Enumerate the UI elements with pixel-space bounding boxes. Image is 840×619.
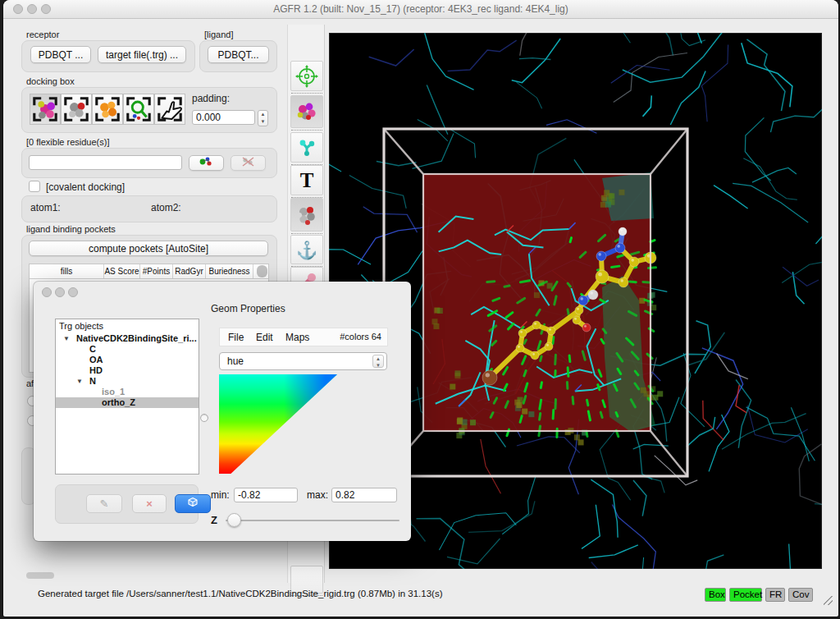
set-box-to-fills-button[interactable] <box>92 94 123 125</box>
tree-item-hd[interactable]: HD <box>56 365 199 376</box>
flexible-residues-group-label: [0 flexible residue(s)] <box>26 137 110 147</box>
padding-label: padding: <box>192 93 230 104</box>
pencil-icon: ✎ <box>100 497 109 510</box>
pockets-col-radgyr[interactable]: RadGyr <box>173 264 206 278</box>
set-box-to-receptor-icon <box>30 94 60 124</box>
title-bar: AGFR 1.2 (built: Nov_15_17) (receptor: 4… <box>3 0 838 19</box>
menu-edit[interactable]: Edit <box>256 332 273 343</box>
dialog-close-button[interactable] <box>42 287 52 297</box>
tree-item-nativecdk2bindingsiteri[interactable]: ▼NativeCDK2BindingSite_ri... <box>56 333 199 344</box>
clear-flexible-residues-button[interactable] <box>231 155 266 171</box>
edit-object-button[interactable]: ✎ <box>86 494 122 513</box>
dialog-minimize-button[interactable] <box>55 287 65 297</box>
inspect-box-button[interactable] <box>123 94 154 125</box>
colors-count-label: #colors 64 <box>340 332 381 342</box>
delete-x-icon: × <box>146 497 153 510</box>
manual-box-button[interactable] <box>154 94 185 125</box>
set-box-to-ligand-icon <box>62 94 91 124</box>
status-message: Generated target file /Users/sanner/test… <box>38 589 442 598</box>
window-title: AGFR 1.2 (built: Nov_15_17) (receptor: 4… <box>3 3 838 15</box>
receptor-molecule-icon <box>294 99 319 124</box>
z-slider-track[interactable] <box>226 520 399 521</box>
delete-object-button[interactable]: × <box>132 494 167 513</box>
menu-file[interactable]: File <box>228 332 244 343</box>
flex-pick-icon <box>198 156 216 167</box>
set-box-to-ligand-button[interactable] <box>61 94 92 125</box>
set-box-to-fills-icon <box>93 94 122 124</box>
pockets-table-scrollbar[interactable] <box>257 265 267 277</box>
pockets-group-label: ligand binding pockets <box>26 224 116 234</box>
compute-pockets-button[interactable]: compute pockets [AutoSite] <box>29 241 268 256</box>
pick-flexible-residues-button[interactable] <box>189 155 224 171</box>
cpk-spheres-icon <box>294 203 319 227</box>
panel-scrollbar[interactable] <box>26 572 54 579</box>
receptor-pdbqt-button[interactable]: PDBQT ... <box>30 46 91 63</box>
toolbar-separator <box>291 93 322 94</box>
toolbar-separator <box>291 130 322 131</box>
docking-box-group-label: docking box <box>26 76 75 86</box>
geom-properties-dialog: Geom Properties Trg objects▼NativeCDK2Bi… <box>34 282 411 541</box>
labels-T-icon: T <box>294 168 319 193</box>
min-label: min: <box>211 489 230 501</box>
svg-text:⚓: ⚓ <box>296 240 318 261</box>
toolbar-target-button[interactable] <box>290 61 323 91</box>
colormap-stepper-icon: ▲▼ <box>372 355 384 368</box>
receptor-group-label: receptor <box>26 30 59 39</box>
cube-icon <box>186 496 199 507</box>
gradient-handle[interactable] <box>200 414 208 422</box>
ligand-molecule-icon <box>294 135 319 160</box>
colormap-value: hue <box>227 355 244 367</box>
toggle-box-button[interactable]: Box <box>705 588 726 602</box>
dialog-zoom-button[interactable] <box>68 287 78 297</box>
flex-clear-icon <box>240 156 258 167</box>
toolbar-cpk-spheres-button[interactable] <box>290 198 323 232</box>
trg-objects-tree[interactable]: Trg objects▼NativeCDK2BindingSite_ri...C… <box>55 319 199 475</box>
tree-item-iso1[interactable]: iso_1 <box>56 387 199 397</box>
toggle-cov-button[interactable]: Cov <box>788 588 813 602</box>
show-box-button[interactable] <box>175 494 211 513</box>
app-window: AGFR 1.2 (built: Nov_15_17) (receptor: 4… <box>3 0 838 617</box>
pockets-col-asscore[interactable]: AS Score <box>104 264 140 278</box>
max-label: max: <box>307 489 328 501</box>
padding-stepper[interactable]: ▲▼ <box>258 110 268 126</box>
pockets-col-points[interactable]: #Points <box>140 264 173 278</box>
max-input[interactable] <box>331 488 397 502</box>
pockets-col-fills[interactable]: fills <box>30 264 104 278</box>
z-slider-knob[interactable] <box>227 513 241 527</box>
atom1-label: atom1: <box>30 202 61 213</box>
toggle-fr-button[interactable]: FR <box>765 588 785 602</box>
z-slider-label: Z <box>211 514 217 526</box>
anchor-icon: ⚓ <box>294 237 319 262</box>
toolbar-labels-T-button[interactable]: T <box>290 165 323 195</box>
ligand-pdbqt-button[interactable]: PDBQT... <box>208 46 269 63</box>
min-input[interactable] <box>234 488 298 502</box>
toggle-pocket-button[interactable]: Pocket <box>729 588 762 602</box>
toolbar-separator <box>291 233 322 234</box>
inspect-box-icon <box>124 94 153 124</box>
tree-item-c[interactable]: C <box>56 344 199 355</box>
colormap-select[interactable]: hue ▲▼ <box>219 352 387 370</box>
atom2-label: atom2: <box>151 202 181 213</box>
target-icon <box>294 64 319 89</box>
set-box-to-receptor-button[interactable] <box>30 94 61 125</box>
tree-item-orthoz[interactable]: ortho_Z <box>56 397 199 408</box>
manual-box-icon <box>155 94 185 124</box>
tree-header: Trg objects <box>56 321 199 332</box>
affinity-grid-face <box>423 172 663 445</box>
resize-grip[interactable] <box>824 596 833 605</box>
flexible-residues-input[interactable] <box>29 155 182 170</box>
ligand-group-label: [ligand] <box>204 30 233 39</box>
covalent-docking-checkbox[interactable] <box>29 181 40 192</box>
menu-maps[interactable]: Maps <box>285 332 309 343</box>
covalent-docking-label: [covalent docking] <box>46 181 125 193</box>
toolbar-ligand-molecule-button[interactable] <box>290 132 323 163</box>
receptor-target-file-button[interactable]: target file(.trg) ... <box>98 46 186 63</box>
tree-item-n[interactable]: ▼N <box>56 376 199 387</box>
colormap-gradient[interactable] <box>219 374 337 474</box>
pockets-col-buriedness[interactable]: Buriedness <box>206 264 253 278</box>
toolbar-receptor-molecule-button[interactable] <box>290 95 323 128</box>
padding-input[interactable] <box>192 110 255 125</box>
toolbar-anchor-button[interactable]: ⚓ <box>290 235 323 264</box>
svg-text:T: T <box>300 169 314 191</box>
tree-item-oa[interactable]: OA <box>56 355 199 365</box>
